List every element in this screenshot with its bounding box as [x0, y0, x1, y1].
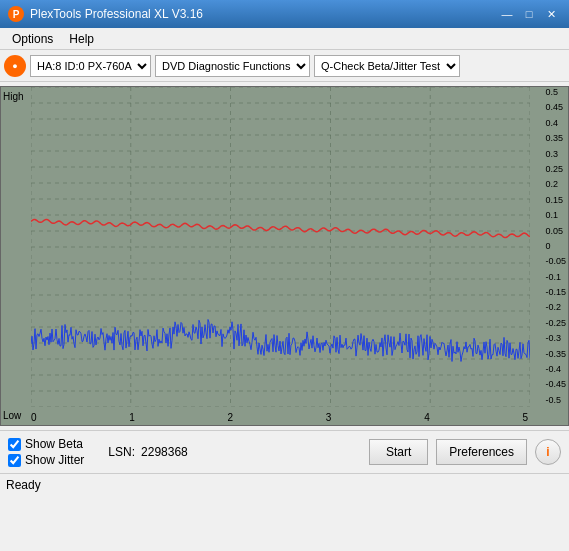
x-axis: 0 1 2 3 4 5 [31, 412, 528, 423]
preferences-button[interactable]: Preferences [436, 439, 527, 465]
y-tick: 0.15 [545, 195, 566, 205]
y-tick: -0.5 [545, 395, 566, 405]
drive-select[interactable]: HA:8 ID:0 PX-760A [30, 55, 151, 77]
y-label-high: High [3, 91, 24, 102]
menu-help[interactable]: Help [61, 30, 102, 48]
show-beta-checkbox[interactable] [8, 438, 21, 451]
y-tick: 0.1 [545, 210, 566, 220]
function-select[interactable]: DVD Diagnostic Functions [155, 55, 310, 77]
drive-icon: ● [4, 55, 26, 77]
menu-options[interactable]: Options [4, 30, 61, 48]
minimize-button[interactable]: — [497, 5, 517, 23]
lsn-label: LSN: [108, 445, 135, 459]
y-tick: 0.4 [545, 118, 566, 128]
close-button[interactable]: ✕ [541, 5, 561, 23]
y-tick: 0.2 [545, 179, 566, 189]
x-tick: 4 [424, 412, 430, 423]
y-tick: -0.1 [545, 272, 566, 282]
x-tick: 1 [129, 412, 135, 423]
bottom-panel: Show Beta Show Jitter LSN: 2298368 Start… [0, 430, 569, 473]
x-tick: 2 [228, 412, 234, 423]
show-beta-row: Show Beta [8, 437, 84, 451]
menu-bar: Options Help [0, 28, 569, 50]
x-tick: 3 [326, 412, 332, 423]
y-tick: 0.3 [545, 149, 566, 159]
y-tick: -0.3 [545, 333, 566, 343]
window-title: PlexTools Professional XL V3.16 [30, 7, 203, 21]
y-tick: -0.2 [545, 302, 566, 312]
maximize-button[interactable]: □ [519, 5, 539, 23]
y-tick: 0.45 [545, 102, 566, 112]
y-tick: 0 [545, 241, 566, 251]
info-button[interactable]: i [535, 439, 561, 465]
y-tick: -0.15 [545, 287, 566, 297]
chart-canvas [31, 87, 530, 407]
title-bar-left: P PlexTools Professional XL V3.16 [8, 6, 203, 22]
y-tick: -0.35 [545, 349, 566, 359]
lsn-value: 2298368 [141, 445, 188, 459]
toolbar: ● HA:8 ID:0 PX-760A DVD Diagnostic Funct… [0, 50, 569, 82]
title-bar: P PlexTools Professional XL V3.16 — □ ✕ [0, 0, 569, 28]
chart-area: High Low 0.5 0.45 0.4 0.35 0.3 0.25 0.2 … [0, 86, 569, 426]
y-tick: 0.35 [545, 133, 566, 143]
show-jitter-checkbox[interactable] [8, 454, 21, 467]
title-controls: — □ ✕ [497, 5, 561, 23]
x-tick: 5 [522, 412, 528, 423]
y-tick: -0.05 [545, 256, 566, 266]
show-beta-label: Show Beta [25, 437, 83, 451]
y-tick: 0.25 [545, 164, 566, 174]
start-button[interactable]: Start [369, 439, 428, 465]
lsn-area: LSN: 2298368 [108, 445, 187, 459]
status-text: Ready [6, 478, 41, 492]
checkboxes-area: Show Beta Show Jitter [8, 437, 84, 467]
toolbar-drive-area: ● HA:8 ID:0 PX-760A [4, 55, 151, 77]
y-tick: -0.25 [545, 318, 566, 328]
y-tick: 0.05 [545, 226, 566, 236]
show-jitter-row: Show Jitter [8, 453, 84, 467]
y-axis-right: 0.5 0.45 0.4 0.35 0.3 0.25 0.2 0.15 0.1 … [545, 87, 566, 405]
y-tick: 0.5 [545, 87, 566, 97]
app-icon: P [8, 6, 24, 22]
status-bar: Ready [0, 473, 569, 495]
x-tick: 0 [31, 412, 37, 423]
show-jitter-label: Show Jitter [25, 453, 84, 467]
y-tick: -0.4 [545, 364, 566, 374]
y-label-low: Low [3, 410, 21, 421]
y-tick: -0.45 [545, 379, 566, 389]
test-select[interactable]: Q-Check Beta/Jitter Test [314, 55, 460, 77]
